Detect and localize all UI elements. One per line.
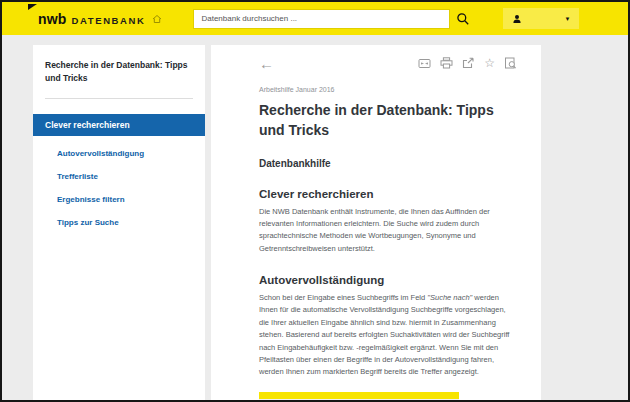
logo-product-text: DATENBANK bbox=[72, 15, 146, 26]
nwb-datenbank-app: { "header": { "logo": { "brand": "nwb", … bbox=[0, 0, 630, 402]
user-menu[interactable]: ▼ bbox=[503, 8, 579, 29]
example-yellow-bar bbox=[259, 392, 459, 399]
document-search-icon[interactable] bbox=[504, 57, 517, 69]
page-title: Recherche in der Datenbank: Tipps und Tr… bbox=[259, 100, 517, 141]
sidebar: Recherche in der Datenbank: Tipps und Tr… bbox=[33, 45, 205, 400]
paragraph-italic-text: "Suche nach" bbox=[427, 293, 472, 302]
chevron-down-icon: ▼ bbox=[565, 16, 571, 22]
search-icon bbox=[456, 12, 470, 26]
sidebar-divider bbox=[45, 98, 193, 99]
logo-brand-text: nwb bbox=[38, 11, 67, 27]
paragraph-text: Schon bei der Eingabe eines Suchbegriffs… bbox=[259, 293, 427, 302]
user-icon bbox=[512, 14, 522, 24]
paragraph-text: werden Ihnen für die automatische Vervol… bbox=[259, 293, 509, 376]
datenbank-search-input[interactable] bbox=[193, 9, 450, 29]
print-icon[interactable] bbox=[440, 57, 453, 69]
section-heading-clever: Clever recherchieren bbox=[259, 188, 517, 200]
document-meta: Arbeitshilfe Januar 2016 bbox=[259, 86, 517, 93]
share-icon[interactable] bbox=[462, 57, 475, 69]
sidebar-item-clever-recherchieren[interactable]: Clever recherchieren bbox=[33, 114, 205, 136]
document-pager-icon[interactable] bbox=[418, 58, 431, 69]
sidebar-item-trefferliste[interactable]: Trefferliste bbox=[57, 172, 193, 181]
document-subtitle: Datenbankhilfe bbox=[259, 158, 517, 169]
sidebar-item-autovervollstaendigung[interactable]: Autovervollständigung bbox=[57, 149, 193, 158]
sidebar-item-ergebnisse-filtern[interactable]: Ergebnisse filtern bbox=[57, 195, 193, 204]
section-heading-autocomplete: Autovervollständigung bbox=[259, 274, 517, 286]
back-icon[interactable]: ← bbox=[259, 56, 274, 71]
header-search-button[interactable] bbox=[450, 8, 476, 30]
header-search bbox=[193, 8, 476, 30]
app-header: nwb DATENBANK ▼ bbox=[2, 2, 628, 35]
home-icon[interactable] bbox=[152, 14, 162, 24]
section-paragraph-autocomplete: Schon bei der Eingabe eines Suchbegriffs… bbox=[259, 292, 517, 379]
section-paragraph-clever: Die NWB Datenbank enthält Instrumente, d… bbox=[259, 206, 517, 256]
nwb-logo[interactable]: nwb DATENBANK bbox=[38, 11, 162, 27]
page-body: Recherche in der Datenbank: Tipps und Tr… bbox=[2, 35, 628, 400]
article-toolbar: ← ☆ bbox=[259, 55, 517, 71]
article-panel: ← ☆ Arbeitshilfe Januar 2016 Recherche i… bbox=[211, 45, 541, 400]
favorite-star-icon[interactable]: ☆ bbox=[484, 57, 495, 69]
sidebar-title: Recherche in der Datenbank: Tipps und Tr… bbox=[45, 59, 193, 85]
toolbar-icons: ☆ bbox=[418, 57, 517, 69]
sidebar-links: Autovervollständigung Trefferliste Ergeb… bbox=[45, 149, 193, 227]
autocomplete-example-figure: arbeitszimmer lehrer arbeitszimmer kelle… bbox=[259, 392, 459, 402]
nwb-flag-icon bbox=[28, 4, 37, 10]
sidebar-item-tipps-zur-suche[interactable]: Tipps zur Suche bbox=[57, 218, 193, 227]
